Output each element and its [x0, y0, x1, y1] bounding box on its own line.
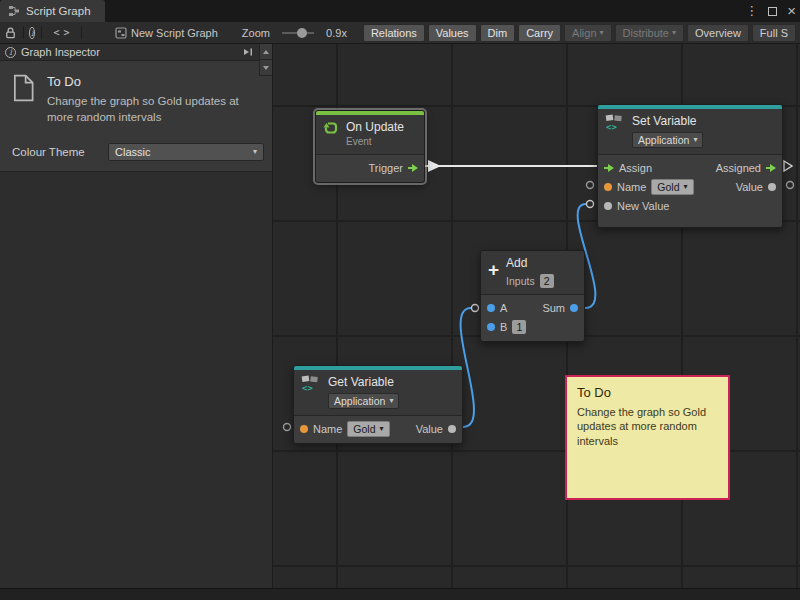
note-page-icon	[12, 74, 36, 125]
new-value-input-port[interactable]	[604, 202, 612, 210]
assign-label: Assign	[619, 162, 652, 174]
variable-name-dropdown[interactable]: Gold	[347, 421, 389, 437]
port-row-b: B 1	[481, 317, 584, 336]
button-label: Carry	[526, 27, 553, 39]
overview-button[interactable]: Overview	[687, 24, 749, 42]
full-screen-button[interactable]: Full S	[752, 24, 796, 42]
name-string-port[interactable]	[300, 425, 308, 433]
scope-dropdown[interactable]: Application	[328, 393, 399, 409]
new-script-graph-icon	[115, 27, 127, 39]
sticky-note[interactable]: To Do Change the graph so Gold updates a…	[565, 375, 730, 500]
button-label: Distribute	[623, 27, 669, 39]
node-title: Get Variable	[328, 375, 399, 390]
inspector-scrollbar[interactable]	[259, 44, 272, 76]
scope-value: Application	[334, 395, 385, 407]
b-label: B	[500, 321, 507, 333]
trigger-flow-port[interactable]	[408, 164, 418, 172]
window-tab-bar: Script Graph ⋮ ×	[0, 0, 800, 22]
triangle-down-icon	[263, 66, 269, 70]
lock-icon[interactable]	[4, 26, 17, 39]
node-on-update[interactable]: On Update Event Trigger	[315, 110, 425, 183]
trigger-label: Trigger	[369, 162, 403, 174]
sum-output-port[interactable]	[570, 304, 578, 312]
node-title: Set Variable	[632, 114, 703, 129]
button-label: Relations	[371, 27, 417, 39]
scope-value: Application	[638, 134, 689, 146]
variable-name-value: Gold	[657, 181, 679, 193]
node-title: Add	[506, 256, 554, 271]
port-row-a-sum: A Sum	[481, 298, 584, 317]
close-button[interactable]: ×	[787, 0, 796, 22]
relations-button[interactable]: Relations	[363, 24, 425, 42]
script-graph-icon	[8, 5, 20, 17]
zoom-slider[interactable]	[282, 32, 314, 34]
name-label: Name	[617, 181, 646, 193]
align-dropdown-button[interactable]: Align	[564, 24, 611, 42]
dock-icon[interactable]	[243, 47, 254, 57]
name-string-port[interactable]	[604, 183, 612, 191]
chevron-down-icon	[684, 183, 688, 191]
chevron-down-icon	[380, 425, 384, 433]
more-menu-button[interactable]: ⋮	[745, 0, 758, 22]
value-output-port[interactable]	[768, 183, 776, 191]
zoom-slider-handle[interactable]	[297, 28, 307, 38]
dim-button[interactable]: Dim	[480, 24, 516, 42]
carry-button[interactable]: Carry	[518, 24, 561, 42]
inspector-todo-section: To Do Change the graph so Gold updates a…	[0, 61, 272, 131]
b-value-field[interactable]: 1	[512, 320, 526, 334]
assigned-label: Assigned	[716, 162, 761, 174]
assigned-flow-port[interactable]	[766, 164, 776, 172]
tab-script-graph[interactable]: Script Graph	[0, 0, 105, 22]
values-button[interactable]: Values	[428, 24, 477, 42]
graph-canvas[interactable]: On Update Event Trigger <> Set Variable …	[273, 44, 800, 588]
inputs-count-field[interactable]: 2	[540, 274, 554, 288]
scope-dropdown[interactable]: Application	[632, 132, 703, 148]
node-subtitle: Event	[346, 135, 404, 148]
port-row-name-value: Name Gold Value	[294, 419, 462, 438]
name-label: Name	[313, 423, 342, 435]
value-output-port[interactable]	[448, 425, 456, 433]
inputs-label: Inputs	[506, 275, 535, 288]
b-input-port[interactable]	[487, 323, 495, 331]
variable-name-dropdown[interactable]: Gold	[651, 179, 693, 195]
port-row-assign: Assign Assigned	[598, 158, 782, 177]
assign-flow-port[interactable]	[604, 164, 614, 172]
scroll-up-button[interactable]	[260, 44, 272, 60]
scroll-down-button[interactable]	[260, 60, 272, 76]
svg-text:<>: <>	[302, 383, 313, 393]
sticky-note-text: Change the graph so Gold updates at more…	[577, 405, 718, 448]
node-set-variable[interactable]: <> Set Variable Application Assign Assig…	[597, 104, 783, 228]
tab-label: Script Graph	[26, 5, 91, 17]
chevron-down-icon	[693, 136, 697, 144]
colour-theme-value: Classic	[115, 146, 150, 158]
variable-icon: <>	[301, 375, 321, 393]
a-input-port[interactable]	[487, 304, 495, 312]
maximize-button[interactable]	[768, 7, 777, 16]
toolbar-toggle-group: Relations Values Dim Carry Align Distrib…	[363, 24, 796, 42]
todo-title: To Do	[47, 74, 252, 89]
chevron-down-icon	[253, 148, 257, 156]
zoom-value: 0.9x	[326, 27, 347, 39]
graph-inspector-header: Graph Inspector	[0, 44, 272, 61]
variable-icon: <>	[605, 114, 625, 132]
chevron-down-icon	[389, 397, 393, 405]
new-script-graph-button[interactable]: New Script Graph	[131, 27, 218, 39]
colour-theme-label: Colour Theme	[12, 146, 108, 158]
info-icon[interactable]	[29, 27, 35, 39]
sum-label: Sum	[542, 302, 565, 314]
svg-text:<>: <>	[606, 122, 617, 132]
node-add[interactable]: Add Inputs 2 A Sum B 1	[480, 250, 585, 342]
a-label: A	[500, 302, 507, 314]
colour-theme-dropdown[interactable]: Classic	[108, 143, 264, 161]
distribute-dropdown-button[interactable]: Distribute	[615, 24, 684, 42]
chevron-down-icon	[600, 29, 604, 37]
node-get-variable[interactable]: <> Get Variable Application Name Gold Va…	[293, 365, 463, 444]
button-label: Full S	[760, 27, 788, 39]
triangle-up-icon	[263, 50, 269, 54]
code-icon[interactable]	[54, 27, 69, 38]
button-label: Align	[572, 27, 596, 39]
maximize-icon	[768, 7, 777, 16]
variable-name-value: Gold	[353, 423, 375, 435]
button-label: Overview	[695, 27, 741, 39]
graph-inspector-title: Graph Inspector	[21, 46, 100, 58]
